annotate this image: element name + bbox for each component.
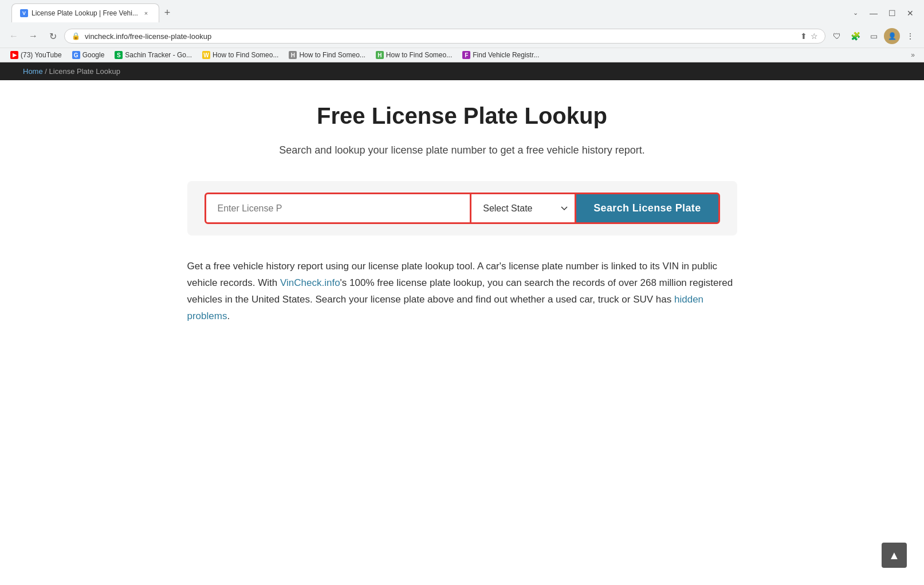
sachin-favicon: S: [115, 51, 123, 59]
tab-title: License Plate Lookup | Free Vehi...: [32, 9, 138, 17]
how3-favicon: H: [376, 51, 384, 59]
share-icon[interactable]: ⬆: [800, 32, 807, 41]
how2-favicon: H: [289, 51, 297, 59]
google-favicon: G: [72, 51, 80, 59]
youtube-favicon: ▶: [10, 51, 18, 59]
window-controls: ⌄ — ☐ ✕: [847, 5, 918, 21]
state-select[interactable]: Select StateAlabamaAlaskaArizonaArkansas…: [471, 193, 575, 224]
sidebar-icon[interactable]: ▭: [866, 28, 882, 44]
lock-icon: 🔒: [72, 32, 80, 40]
maximize-button[interactable]: ☐: [884, 5, 900, 21]
browser-titlebar: V License Plate Lookup | Free Vehi... × …: [0, 0, 924, 26]
bookmarks-bar: ▶ (73) YouTube G Google S Sachin Tracker…: [0, 48, 924, 62]
bookmark-how1-label: How to Find Someo...: [213, 51, 278, 59]
shield-icon[interactable]: 🛡: [829, 28, 845, 44]
page-title: Free License Plate Lookup: [187, 103, 737, 129]
main-content: Free License Plate Lookup Search and loo…: [176, 80, 749, 348]
menu-icon[interactable]: ⋮: [902, 28, 918, 44]
toolbar-icons: 🛡 🧩 ▭ 👤 ⋮: [829, 28, 918, 44]
address-text: vincheck.info/free-license-plate-lookup: [85, 32, 796, 41]
address-bar[interactable]: 🔒 vincheck.info/free-license-plate-looku…: [64, 29, 825, 44]
bookmark-google[interactable]: G Google: [68, 49, 109, 61]
description-text3: .: [227, 311, 230, 321]
license-plate-input[interactable]: [205, 193, 472, 224]
bookmark-youtube-label: (73) YouTube: [21, 51, 62, 59]
forward-button[interactable]: →: [25, 28, 41, 44]
reload-button[interactable]: ↻: [45, 28, 61, 44]
extensions-icon[interactable]: 🧩: [847, 28, 863, 44]
bookmark-how3-label: How to Find Someo...: [386, 51, 452, 59]
address-bar-icons: ⬆ ☆: [800, 32, 818, 41]
search-form-wrapper: Select StateAlabamaAlaskaArizonaArkansas…: [187, 181, 737, 235]
breadcrumb-current: License Plate Lookup: [49, 67, 120, 76]
bookmark-how2[interactable]: H How to Find Someo...: [284, 49, 369, 61]
search-button[interactable]: Search License Plate: [575, 193, 719, 224]
profile-icon[interactable]: 👤: [884, 28, 900, 44]
back-button[interactable]: ←: [6, 28, 22, 44]
bookmark-sachin-label: Sachin Tracker - Go...: [125, 51, 192, 59]
bookmark-youtube[interactable]: ▶ (73) YouTube: [6, 49, 66, 61]
browser-chrome: V License Plate Lookup | Free Vehi... × …: [0, 0, 924, 62]
bookmark-find-vehicle-label: Find Vehicle Registr...: [473, 51, 539, 59]
minimize-button[interactable]: —: [866, 5, 882, 21]
search-form: Select StateAlabamaAlaskaArizonaArkansas…: [205, 193, 720, 224]
tab-favicon: V: [20, 9, 28, 17]
bookmark-how1[interactable]: W How to Find Someo...: [198, 49, 283, 61]
breadcrumb-home-link[interactable]: Home: [23, 67, 43, 76]
how1-favicon: W: [202, 51, 210, 59]
new-tab-button[interactable]: +: [159, 5, 175, 21]
bookmark-google-label: Google: [82, 51, 105, 59]
bookmark-find-vehicle[interactable]: F Find Vehicle Registr...: [458, 49, 544, 61]
bookmarks-more-button[interactable]: »: [907, 49, 918, 61]
page-content: Home / License Plate Lookup Free License…: [0, 62, 924, 464]
active-tab[interactable]: V License Plate Lookup | Free Vehi... ×: [11, 3, 159, 22]
bookmark-how3[interactable]: H How to Find Someo...: [371, 49, 457, 61]
tab-bar: V License Plate Lookup | Free Vehi... × …: [6, 3, 181, 22]
find-vehicle-favicon: F: [462, 51, 470, 59]
breadcrumb-bar: Home / License Plate Lookup: [0, 62, 924, 80]
bookmark-how2-label: How to Find Someo...: [299, 51, 365, 59]
dropdown-button[interactable]: ⌄: [847, 5, 863, 21]
tab-close-button[interactable]: ×: [141, 9, 151, 18]
bookmark-sachin[interactable]: S Sachin Tracker - Go...: [110, 49, 196, 61]
vincheck-link[interactable]: VinCheck.info: [280, 277, 340, 288]
close-button[interactable]: ✕: [902, 5, 918, 21]
page-subtitle: Search and lookup your license plate num…: [187, 143, 737, 158]
address-bar-row: ← → ↻ 🔒 vincheck.info/free-license-plate…: [0, 26, 924, 48]
breadcrumb-separator: /: [45, 67, 49, 76]
star-icon[interactable]: ☆: [811, 32, 818, 41]
description-text: Get a free vehicle history report using …: [187, 258, 737, 325]
